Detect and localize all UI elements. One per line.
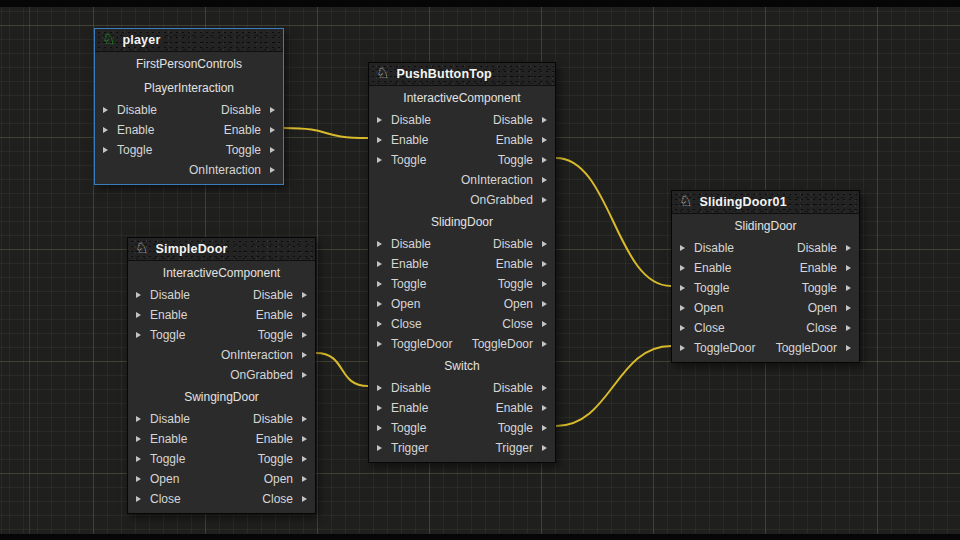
- output-pin-icon[interactable]: [302, 372, 307, 378]
- output-pin-icon[interactable]: [542, 425, 547, 431]
- output-port-oninteraction[interactable]: OnInteraction: [221, 345, 315, 365]
- input-pin-icon[interactable]: [680, 325, 685, 331]
- output-port-disable[interactable]: Disable: [493, 234, 555, 254]
- input-port-disable[interactable]: Disable: [369, 234, 431, 254]
- input-pin-icon[interactable]: [136, 496, 141, 502]
- output-pin-icon[interactable]: [270, 167, 275, 173]
- input-pin-icon[interactable]: [377, 445, 382, 451]
- output-port-disable[interactable]: Disable: [493, 378, 555, 398]
- input-port-enable[interactable]: Enable: [128, 429, 187, 449]
- input-port-toggle[interactable]: Toggle: [672, 278, 729, 298]
- input-pin-icon[interactable]: [103, 127, 108, 133]
- output-port-oninteraction[interactable]: OnInteraction: [189, 160, 283, 180]
- output-pin-icon[interactable]: [302, 476, 307, 482]
- input-pin-icon[interactable]: [680, 345, 685, 351]
- output-port-toggle[interactable]: Toggle: [802, 278, 859, 298]
- input-port-toggledoor[interactable]: ToggleDoor: [369, 334, 452, 354]
- input-pin-icon[interactable]: [136, 416, 141, 422]
- input-pin-icon[interactable]: [377, 137, 382, 143]
- output-pin-icon[interactable]: [542, 261, 547, 267]
- output-pin-icon[interactable]: [846, 285, 851, 291]
- input-pin-icon[interactable]: [377, 241, 382, 247]
- output-port-open[interactable]: Open: [264, 469, 315, 489]
- node-header[interactable]: ♘player: [95, 29, 283, 52]
- output-pin-icon[interactable]: [302, 352, 307, 358]
- input-pin-icon[interactable]: [377, 341, 382, 347]
- input-port-enable[interactable]: Enable: [128, 305, 187, 325]
- input-pin-icon[interactable]: [377, 281, 382, 287]
- input-pin-icon[interactable]: [136, 456, 141, 462]
- output-pin-icon[interactable]: [542, 445, 547, 451]
- input-port-disable[interactable]: Disable: [128, 409, 190, 429]
- output-pin-icon[interactable]: [302, 416, 307, 422]
- output-pin-icon[interactable]: [542, 301, 547, 307]
- output-pin-icon[interactable]: [542, 241, 547, 247]
- node-header[interactable]: ♘PushButtonTop: [369, 63, 555, 86]
- input-pin-icon[interactable]: [680, 245, 685, 251]
- output-port-toggle[interactable]: Toggle: [498, 150, 555, 170]
- input-port-enable[interactable]: Enable: [95, 120, 154, 140]
- output-pin-icon[interactable]: [302, 496, 307, 502]
- output-port-open[interactable]: Open: [504, 294, 555, 314]
- output-port-disable[interactable]: Disable: [221, 100, 283, 120]
- input-pin-icon[interactable]: [680, 265, 685, 271]
- output-pin-icon[interactable]: [270, 147, 275, 153]
- input-port-enable[interactable]: Enable: [369, 398, 428, 418]
- input-port-trigger[interactable]: Trigger: [369, 438, 429, 458]
- output-port-disable[interactable]: Disable: [493, 110, 555, 130]
- output-port-toggle[interactable]: Toggle: [258, 325, 315, 345]
- input-port-open[interactable]: Open: [369, 294, 420, 314]
- output-port-enable[interactable]: Enable: [496, 130, 555, 150]
- input-port-open[interactable]: Open: [128, 469, 179, 489]
- output-port-toggle[interactable]: Toggle: [498, 274, 555, 294]
- output-port-toggledoor[interactable]: ToggleDoor: [472, 334, 555, 354]
- output-port-enable[interactable]: Enable: [256, 429, 315, 449]
- input-port-enable[interactable]: Enable: [369, 130, 428, 150]
- input-pin-icon[interactable]: [136, 476, 141, 482]
- node-graph-canvas[interactable]: ♘playerFirstPersonControlsPlayerInteract…: [0, 0, 960, 540]
- input-pin-icon[interactable]: [377, 117, 382, 123]
- output-port-disable[interactable]: Disable: [253, 409, 315, 429]
- output-pin-icon[interactable]: [542, 281, 547, 287]
- output-port-trigger[interactable]: Trigger: [495, 438, 555, 458]
- input-pin-icon[interactable]: [377, 301, 382, 307]
- output-pin-icon[interactable]: [302, 456, 307, 462]
- node-header[interactable]: ♘SimpleDoor: [128, 238, 315, 261]
- output-port-toggledoor[interactable]: ToggleDoor: [776, 338, 859, 358]
- node-pushbuttontop[interactable]: ♘PushButtonTopInteractiveComponentDisabl…: [368, 62, 556, 463]
- input-pin-icon[interactable]: [680, 305, 685, 311]
- output-port-oninteraction[interactable]: OnInteraction: [461, 170, 555, 190]
- input-port-enable[interactable]: Enable: [672, 258, 731, 278]
- output-pin-icon[interactable]: [542, 385, 547, 391]
- output-port-ongrabbed[interactable]: OnGrabbed: [470, 190, 555, 210]
- input-port-close[interactable]: Close: [672, 318, 725, 338]
- output-port-enable[interactable]: Enable: [256, 305, 315, 325]
- output-pin-icon[interactable]: [542, 137, 547, 143]
- output-pin-icon[interactable]: [846, 345, 851, 351]
- output-pin-icon[interactable]: [542, 117, 547, 123]
- output-port-toggle[interactable]: Toggle: [226, 140, 283, 160]
- output-pin-icon[interactable]: [542, 157, 547, 163]
- output-pin-icon[interactable]: [846, 325, 851, 331]
- input-port-disable[interactable]: Disable: [128, 285, 190, 305]
- input-pin-icon[interactable]: [377, 157, 382, 163]
- output-pin-icon[interactable]: [270, 107, 275, 113]
- output-port-ongrabbed[interactable]: OnGrabbed: [230, 365, 315, 385]
- input-port-close[interactable]: Close: [128, 489, 181, 509]
- input-pin-icon[interactable]: [377, 261, 382, 267]
- output-port-close[interactable]: Close: [262, 489, 315, 509]
- input-pin-icon[interactable]: [377, 385, 382, 391]
- output-port-disable[interactable]: Disable: [797, 238, 859, 258]
- output-pin-icon[interactable]: [542, 341, 547, 347]
- input-port-toggle[interactable]: Toggle: [128, 449, 185, 469]
- input-port-disable[interactable]: Disable: [369, 110, 431, 130]
- input-port-toggle[interactable]: Toggle: [128, 325, 185, 345]
- node-slidingdoor01[interactable]: ♘SlidingDoor01SlidingDoorDisableDisableE…: [671, 190, 860, 363]
- output-port-enable[interactable]: Enable: [800, 258, 859, 278]
- input-pin-icon[interactable]: [136, 332, 141, 338]
- output-pin-icon[interactable]: [542, 197, 547, 203]
- input-pin-icon[interactable]: [103, 147, 108, 153]
- output-pin-icon[interactable]: [270, 127, 275, 133]
- output-pin-icon[interactable]: [302, 332, 307, 338]
- output-port-close[interactable]: Close: [806, 318, 859, 338]
